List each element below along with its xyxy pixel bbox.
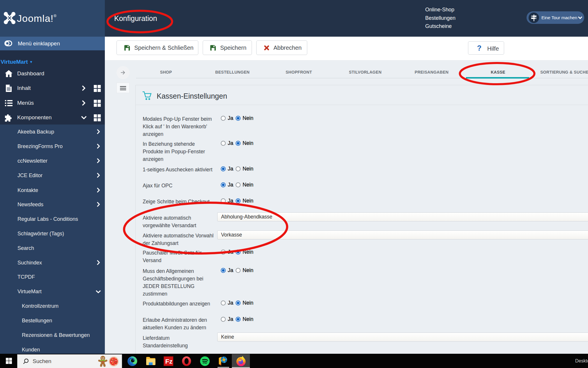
svg-text:Fz: Fz bbox=[165, 358, 172, 365]
